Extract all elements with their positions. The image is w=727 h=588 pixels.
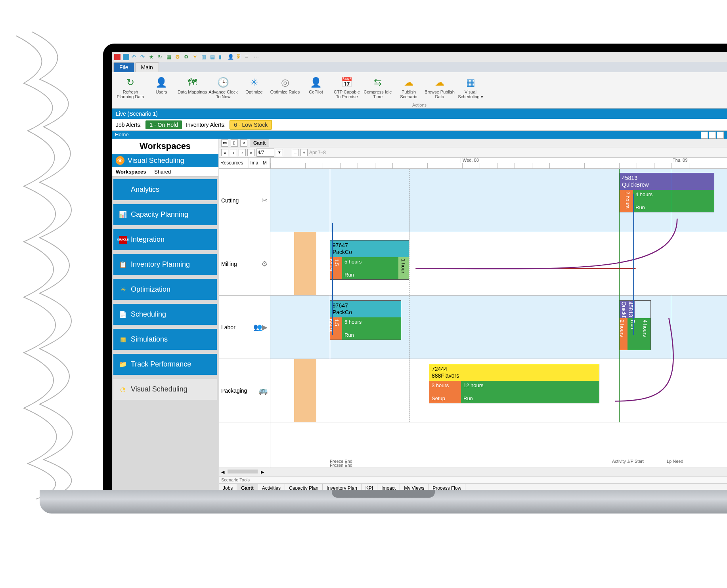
- optimize-rules-button[interactable]: ◎Optimize Rules: [270, 74, 300, 105]
- compress-idle-icon: ⇆: [371, 76, 384, 89]
- gantt-timeline-header: Wed. 08 Thu. 09: [270, 158, 727, 169]
- panel-max-icon[interactable]: □: [709, 132, 716, 139]
- inventory-alerts-label: Inventory Alerts:: [186, 122, 226, 128]
- qat-sun-icon[interactable]: ☀: [193, 54, 199, 60]
- sidebar-tab-workspaces[interactable]: Workspaces: [112, 167, 150, 176]
- qat-redo-icon[interactable]: ↷: [140, 54, 147, 60]
- users-icon: 👤: [155, 76, 168, 89]
- qat-doc-icon[interactable]: [114, 54, 121, 60]
- copilot-label: CoPilot: [309, 90, 323, 94]
- task-packaging-888flavors[interactable]: 72444 888Flavors 3 hours Setup: [429, 364, 599, 403]
- sidebar-item-visual-scheduling[interactable]: ◔Visual Scheduling: [113, 379, 217, 400]
- timeline-tick: [532, 163, 532, 169]
- qat-star-icon[interactable]: ★: [149, 54, 155, 60]
- refresh-planning-data-button[interactable]: ↻Refresh Planning Data: [115, 74, 146, 105]
- qat-chart-icon[interactable]: ▮: [219, 54, 225, 60]
- qat-calendar-icon[interactable]: ▦: [166, 54, 173, 60]
- gantt-tab[interactable]: Gantt: [250, 139, 269, 147]
- nav-next-icon[interactable]: ›: [239, 149, 246, 156]
- nav-first-icon[interactable]: «: [221, 149, 228, 156]
- run-dur: 5 hours: [344, 259, 396, 265]
- browse-publish-data-button[interactable]: ☁Browse Publish Data: [424, 74, 455, 105]
- ctp-button[interactable]: 📅CTP Capable To Promise: [331, 74, 362, 105]
- gantt-scrollbar[interactable]: ◀ ▶: [219, 468, 727, 476]
- task-id: 72444: [432, 366, 597, 372]
- sidebar-tab-shared[interactable]: Shared: [150, 167, 175, 176]
- task-milling-packco[interactable]: 97647 PackCo 1.5 hours 5 hours Run: [330, 240, 409, 280]
- publish-scenario-button[interactable]: ☁Publish Scenario: [393, 74, 424, 105]
- panel-close-icon[interactable]: ×: [717, 132, 724, 139]
- sidebar-item-inventory-planning[interactable]: 📋Inventory Planning: [113, 254, 217, 275]
- sidebar-items: Analytics📊Capacity PlanningORACLEIntegra…: [112, 177, 218, 492]
- split-h-icon[interactable]: ▭: [221, 139, 228, 147]
- row-label-text: Cutting: [221, 197, 239, 204]
- advance-clock-button[interactable]: 🕒Advance Clock To Now: [208, 74, 239, 105]
- col-m: M: [261, 158, 270, 169]
- qat-save-icon[interactable]: [123, 54, 129, 60]
- date-input[interactable]: [256, 149, 274, 157]
- compress-idle-button[interactable]: ⇆Compress Idle Time: [362, 74, 393, 105]
- split-v-icon[interactable]: ▯: [231, 139, 238, 147]
- qat-gear-icon[interactable]: ⚙: [175, 54, 182, 60]
- timeline-tick: [584, 163, 585, 169]
- quick-access-toolbar: ↶ ↷ ★ ↻ ▦ ⚙ ♻ ☀ ▥ ▤ ▮ 👤 🗄 ≡ ⋯: [112, 52, 727, 62]
- qat-undo-icon[interactable]: ↶: [132, 54, 138, 60]
- row-label-labor[interactable]: Labor👥▶: [219, 296, 270, 359]
- task-labor-quickbrew[interactable]: 45813 QuickBre 2 hours 4 hours Run: [619, 300, 651, 350]
- row-label-packaging[interactable]: Packaging🚌: [219, 359, 270, 422]
- optimize-button[interactable]: ✳Optimize: [239, 74, 270, 105]
- sidebar-item-simulations[interactable]: ▦Simulations: [113, 329, 217, 350]
- panel-min-icon[interactable]: –: [701, 132, 708, 139]
- qat-grid1-icon[interactable]: ▥: [201, 54, 208, 60]
- nav-prev-icon[interactable]: ‹: [230, 149, 237, 156]
- qat-bars-icon[interactable]: ≡: [245, 54, 251, 60]
- row-label-milling[interactable]: Milling⚙: [219, 232, 270, 296]
- home-bar: Home – □ ×: [112, 131, 727, 139]
- sidebar-item-analytics[interactable]: Analytics: [113, 179, 217, 200]
- sidebar-item-icon: [119, 186, 127, 194]
- sidebar-item-optimization[interactable]: ✳Optimization: [113, 279, 217, 300]
- qat-refresh-icon[interactable]: ↻: [158, 54, 164, 60]
- zoom-out-icon[interactable]: –: [292, 149, 299, 156]
- run-label: Run: [344, 332, 398, 338]
- qat-grid2-icon[interactable]: ▤: [210, 54, 216, 60]
- refresh-planning-data-label: Refresh Planning Data: [115, 90, 146, 99]
- sidebar-current-label: Visual Scheduling: [128, 157, 184, 165]
- task-cutting-quickbrew[interactable]: 45813 QuickBrew 2 hours 4 hours Run: [619, 173, 714, 212]
- gantt-right-pane[interactable]: Wed. 08 Thu. 09 45813: [270, 158, 727, 468]
- timeline-tick: [305, 163, 306, 169]
- close-panel-icon[interactable]: ×: [240, 139, 247, 147]
- scroll-left-icon[interactable]: ◀: [221, 470, 224, 475]
- sidebar-item-track-performance[interactable]: 📁Track Performance: [113, 354, 217, 375]
- eye-icon: 👁: [116, 156, 124, 165]
- home-label[interactable]: Home: [115, 132, 129, 137]
- copilot-button[interactable]: 👤CoPilot: [300, 74, 331, 105]
- publish-scenario-label: Publish Scenario: [393, 90, 424, 99]
- users-button[interactable]: 👤Users: [146, 74, 177, 105]
- qat-db-icon[interactable]: 🗄: [236, 54, 243, 60]
- scroll-thumb[interactable]: [228, 470, 258, 473]
- qat-user-icon[interactable]: 👤: [228, 54, 234, 60]
- sidebar-item-integration[interactable]: ORACLEIntegration: [113, 229, 217, 250]
- task-labor-packco[interactable]: 97647 PackCo 1.5 hours 5 hours Run: [330, 300, 401, 340]
- sidebar-current[interactable]: 👁 Visual Scheduling: [112, 154, 218, 167]
- row-icon: 🚌: [259, 386, 268, 395]
- inventory-alert-chip[interactable]: 6 - Low Stock: [230, 120, 272, 130]
- visual-scheduling-dd-button[interactable]: ▦Visual Scheduling ▾: [455, 74, 486, 105]
- sidebar-item-scheduling[interactable]: 📄Scheduling: [113, 304, 217, 325]
- nav-last-icon[interactable]: »: [247, 149, 254, 156]
- tab-file[interactable]: File: [113, 62, 134, 72]
- job-alert-chip[interactable]: 1 - On Hold: [145, 120, 182, 129]
- data-mappings-button[interactable]: 🗺Data Mappings: [177, 74, 208, 105]
- tab-main[interactable]: Main: [135, 62, 159, 72]
- qat-recycle-icon[interactable]: ♻: [184, 54, 190, 60]
- row-label-cutting[interactable]: Cutting✂: [219, 169, 270, 232]
- scroll-right-icon[interactable]: ▶: [261, 470, 264, 475]
- visual-scheduling-dd-label: Visual Scheduling ▾: [455, 90, 486, 99]
- calendar-picker-icon[interactable]: ▾: [276, 149, 283, 156]
- qat-dots-icon[interactable]: ⋯: [254, 54, 260, 60]
- zoom-in-icon[interactable]: +: [300, 149, 308, 156]
- content-area: Workspaces 👁 Visual Scheduling Workspace…: [112, 139, 727, 492]
- timeline-tick: [515, 163, 515, 169]
- sidebar-item-capacity-planning[interactable]: 📊Capacity Planning: [113, 204, 217, 225]
